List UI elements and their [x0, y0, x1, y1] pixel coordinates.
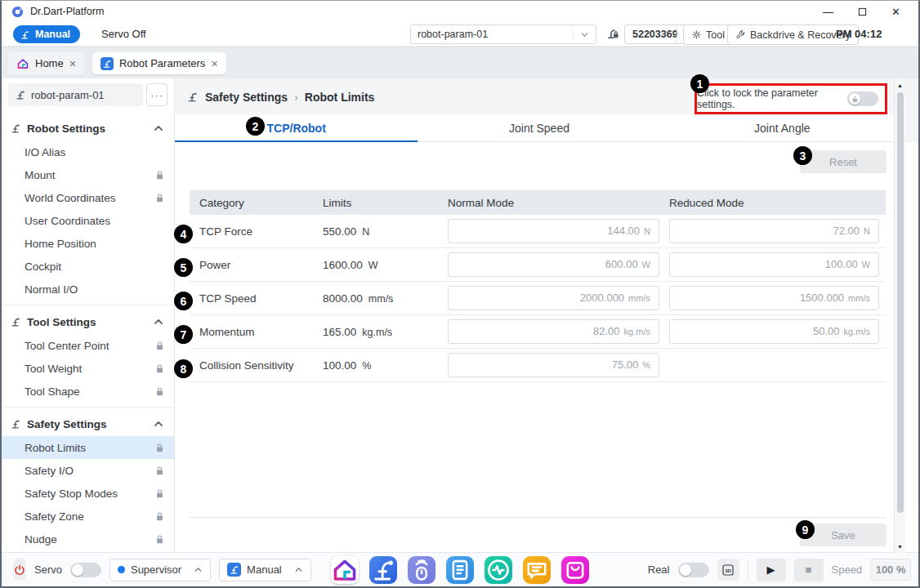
annotation-badge-3: 3 — [793, 146, 812, 165]
tab-tcp-robot[interactable]: TCP/Robot — [175, 115, 418, 141]
dock-robot-arm-icon[interactable] — [369, 556, 397, 584]
dock-remote-control-icon[interactable] — [408, 556, 435, 584]
tab-home[interactable]: Home × — [8, 52, 84, 74]
sidebar-item-io-alias[interactable]: I/O Alias — [2, 140, 174, 163]
breadcrumb-separator-icon: › — [294, 91, 298, 104]
tool-button[interactable]: Tool — [683, 24, 733, 45]
app-logo-icon — [11, 6, 24, 18]
reset-button[interactable]: Reset — [800, 150, 887, 173]
input-value: 144.00 — [607, 225, 640, 237]
row-limit-unit: N — [362, 226, 369, 238]
col-limits: Limits — [323, 197, 448, 209]
mode-dropdown[interactable]: Manual — [219, 559, 311, 581]
sidebar-item-normal-io[interactable]: Normal I/O — [2, 278, 174, 301]
sidebar-item-home-position[interactable]: Home Position — [2, 232, 174, 255]
sidebar-item-tool-shape[interactable]: Tool Shape — [2, 380, 174, 403]
normal-mode-input[interactable]: 600.00W — [448, 252, 659, 277]
normal-mode-input[interactable]: 75.00% — [448, 353, 659, 377]
scrollbar-thumb[interactable] — [897, 92, 904, 513]
sidebar-item-mount[interactable]: Mount — [2, 163, 174, 186]
item-label: Mount — [25, 169, 56, 181]
section-robot-settings[interactable]: Robot Settings — [2, 116, 174, 140]
sidebar-item-safety-io[interactable]: Safety I/O — [2, 459, 174, 482]
annotation-badge-7: 7 — [174, 325, 193, 344]
wrench-icon — [735, 29, 746, 40]
sidebar: robot-param-01 ··· Robot Settings I/O Al… — [2, 78, 175, 554]
normal-mode-input[interactable]: 2000.000mm/s — [448, 286, 659, 310]
table-row-tcp-force: TCP Force 550.00N 144.00N 72.00N — [190, 215, 886, 248]
table-row-tcp-speed: TCP Speed 8000.00mm/s 2000.000mm/s 1500.… — [190, 282, 886, 315]
col-normal-mode: Normal Mode — [448, 197, 669, 209]
reduced-mode-input[interactable]: 1500.000mm/s — [669, 286, 879, 310]
stop-button[interactable]: ■ — [794, 559, 824, 581]
normal-mode-input[interactable]: 144.00N — [448, 219, 659, 243]
reduced-mode-input[interactable]: 100.00W — [669, 252, 879, 277]
section-safety-settings[interactable]: Safety Settings — [2, 412, 174, 436]
input-unit: kg.m/s — [844, 327, 870, 336]
close-button[interactable]: ✕ — [891, 7, 900, 17]
tab-robot-parameters-close-icon[interactable]: × — [211, 58, 217, 69]
annotation-badge-1: 1 — [690, 74, 709, 93]
reduced-mode-input[interactable]: 72.00N — [669, 219, 879, 243]
input-unit: mm/s — [628, 293, 650, 303]
table-header-row: Category Limits Normal Mode Reduced Mode — [190, 190, 886, 215]
sidebar-item-nudge[interactable]: Nudge — [2, 528, 174, 550]
annotation-badge-4: 4 — [174, 225, 193, 243]
lock-parameters-toggle[interactable] — [847, 91, 878, 106]
vertical-scrollbar[interactable]: ▲ ▼ — [894, 79, 905, 553]
sidebar-item-robot-limits[interactable]: Robot Limits — [2, 436, 174, 459]
dock-store-icon[interactable] — [561, 556, 589, 584]
annotation-badge-8: 8 — [174, 359, 193, 378]
tab-joint-angle[interactable]: Joint Angle — [661, 115, 904, 141]
gear-icon — [691, 29, 702, 40]
servo-label: Servo — [34, 564, 62, 576]
scroll-up-icon[interactable]: ▲ — [895, 82, 905, 88]
app-window: Dr.Dart-Platform — ✕ Manual Servo Off ro… — [0, 0, 920, 588]
3d-view-button[interactable]: 3D — [717, 559, 739, 581]
tab-joint-speed[interactable]: Joint Speed — [418, 115, 660, 141]
mode-indicator-manual[interactable]: Manual — [13, 25, 80, 43]
content-tabs: TCP/Robot Joint Speed Joint Angle — [175, 115, 904, 142]
speed-value[interactable]: 100 % — [870, 559, 911, 581]
annotation-badge-6: 6 — [174, 292, 193, 310]
dock-home-icon[interactable] — [331, 556, 359, 584]
role-dropdown[interactable]: Supervisor — [109, 559, 211, 581]
remote-control-icon — [408, 556, 435, 584]
sidebar-item-safety-zone[interactable]: Safety Zone — [2, 505, 174, 528]
dock-message-log-icon[interactable] — [523, 556, 551, 584]
reduced-mode-input[interactable]: 50.00kg.m/s — [669, 319, 879, 344]
item-label: Safety Stop Modes — [25, 488, 118, 500]
tab-robot-parameters[interactable]: Robot Parameters × — [92, 52, 226, 74]
sidebar-item-safety-stop-modes[interactable]: Safety Stop Modes — [2, 482, 174, 505]
dock-task-writer-icon[interactable] — [446, 556, 474, 584]
item-label: Tool Weight — [25, 363, 82, 375]
sidebar-more-button[interactable]: ··· — [146, 83, 167, 106]
sidebar-item-tool-center-point[interactable]: Tool Center Point — [2, 334, 174, 357]
normal-mode-input[interactable]: 82.00kg.m/s — [448, 319, 659, 344]
item-label: World Coordinates — [25, 192, 116, 204]
section-divider — [2, 407, 174, 408]
minimize-button[interactable]: — — [823, 7, 833, 17]
real-toggle[interactable] — [678, 563, 709, 577]
robot-icon — [100, 57, 114, 70]
dock-monitoring-icon[interactable] — [485, 556, 512, 584]
maximize-icon — [858, 7, 867, 16]
tab-home-close-icon[interactable]: × — [69, 58, 76, 69]
param-file-dropdown[interactable]: robot-param-01 — [410, 24, 596, 44]
play-button[interactable]: ▶ — [757, 559, 786, 581]
save-divider — [190, 517, 886, 518]
servo-toggle[interactable] — [70, 563, 101, 577]
chevron-up-icon — [153, 316, 164, 327]
section-tool-settings[interactable]: Tool Settings — [2, 310, 174, 334]
sidebar-item-cockpit[interactable]: Cockpit — [2, 255, 174, 278]
maximize-button[interactable] — [858, 7, 867, 16]
input-value: 2000.000 — [580, 292, 624, 304]
chevron-up-icon — [194, 565, 203, 574]
scroll-down-icon[interactable]: ▼ — [895, 544, 905, 550]
sidebar-item-world-coordinates[interactable]: World Coordinates — [2, 186, 174, 209]
sidebar-item-tool-weight[interactable]: Tool Weight — [2, 357, 174, 380]
row-category: Collision Sensitivity — [190, 359, 323, 372]
robot-arm-icon — [15, 89, 26, 100]
power-button[interactable] — [13, 559, 26, 581]
sidebar-item-user-coordinates[interactable]: User Coordinates — [2, 209, 174, 232]
